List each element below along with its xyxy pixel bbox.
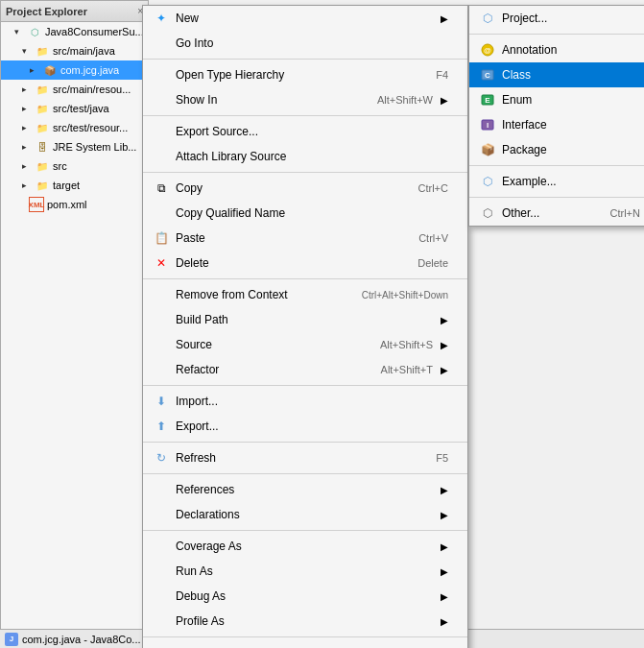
tree-item-label: Java8ConsumerSu... — [45, 26, 144, 37]
empty-icon — [153, 148, 170, 165]
menu-separator — [469, 197, 644, 198]
submenu-item-package[interactable]: 📦 Package — [469, 137, 644, 162]
menu-item-label: Refresh — [176, 451, 417, 465]
delete-icon: ✕ — [153, 254, 170, 272]
folder-icon: 📁 — [35, 43, 50, 59]
menu-item-new[interactable]: ✦ New ▶ — [143, 6, 467, 31]
menu-item-validate[interactable]: Validate — [143, 640, 467, 648]
panel-title: Project Explorer — [6, 6, 87, 17]
menu-separator — [143, 59, 467, 60]
empty-icon — [153, 538, 170, 555]
menu-item-label: Show In — [176, 93, 358, 107]
tree-item-src-test-resour[interactable]: ▸ 📁 src/test/resour... — [1, 118, 148, 137]
project-explorer-panel: Project Explorer × ▾ ⬡ Java8ConsumerSu..… — [0, 0, 149, 648]
menu-item-source[interactable]: Source Alt+Shift+S ▶ — [143, 332, 467, 357]
empty-icon — [153, 66, 170, 84]
project-icon: ⬡ — [479, 10, 496, 27]
menu-item-references[interactable]: References ▶ — [143, 477, 467, 502]
tree-item-src[interactable]: ▸ 📁 src — [1, 156, 148, 176]
empty-icon — [153, 91, 170, 108]
tree-item-jre-lib[interactable]: ▸ 🗄 JRE System Lib... — [1, 137, 148, 156]
menu-item-open-type-hierarchy[interactable]: Open Type Hierarchy F4 — [143, 62, 467, 87]
empty-icon — [153, 612, 170, 630]
menu-item-debug-as[interactable]: Debug As ▶ — [143, 584, 467, 609]
tree-item-src-main-java[interactable]: ▾ 📁 src/main/java — [1, 41, 148, 60]
other-icon: ⬡ — [479, 204, 496, 222]
tree-item-com-jcg[interactable]: ▸ 📦 com.jcg.java — [1, 60, 148, 80]
submenu-item-label: Other... — [502, 206, 591, 220]
tree-item-label: src/test/java — [53, 103, 109, 114]
menu-item-show-in[interactable]: Show In Alt+Shift+W ▶ — [143, 87, 467, 112]
shortcut-label: Delete — [417, 257, 448, 269]
menu-item-run-as[interactable]: Run As ▶ — [143, 559, 467, 584]
menu-item-copy-qualified[interactable]: Copy Qualified Name — [143, 201, 467, 226]
menu-item-paste[interactable]: 📋 Paste Ctrl+V — [143, 226, 467, 251]
expand-icon: ▾ — [16, 43, 32, 59]
menu-item-label: References — [176, 483, 433, 496]
svg-text:@: @ — [484, 46, 491, 55]
submenu-item-other[interactable]: ⬡ Other... Ctrl+N — [469, 201, 644, 226]
svg-text:E: E — [485, 96, 490, 105]
example-icon: ⬡ — [479, 173, 496, 190]
tree-item-target[interactable]: ▸ 📁 target — [1, 176, 148, 195]
annotation-icon: @ — [479, 41, 496, 59]
menu-item-refresh[interactable]: ↻ Refresh F5 — [143, 445, 467, 470]
menu-item-go-into[interactable]: Go Into — [143, 31, 467, 56]
menu-separator — [143, 636, 467, 637]
tree-item-pom-xml[interactable]: XML pom.xml — [1, 195, 148, 214]
menu-item-profile-as[interactable]: Profile As ▶ — [143, 609, 467, 634]
expand-icon: ▾ — [9, 24, 24, 39]
menu-item-label: Attach Library Source — [176, 150, 448, 163]
submenu-arrow-icon: ▶ — [441, 13, 448, 24]
folder-icon: 📁 — [35, 82, 50, 97]
submenu-item-example[interactable]: ⬡ Example... — [469, 169, 644, 194]
menu-item-label: Go Into — [176, 36, 448, 50]
copy-icon: ⧉ — [153, 180, 170, 197]
expand-icon: ▸ — [16, 101, 32, 116]
menu-item-build-path[interactable]: Build Path ▶ — [143, 307, 467, 332]
menu-item-refactor[interactable]: Refactor Alt+Shift+T ▶ — [143, 357, 467, 382]
submenu-item-interface[interactable]: I Interface — [469, 112, 644, 137]
empty-icon — [153, 286, 170, 303]
paste-icon: 📋 — [153, 229, 170, 247]
submenu-item-label: Project... — [502, 12, 640, 25]
menu-item-label: New — [176, 12, 433, 25]
tree-item-src-main-resou[interactable]: ▸ 📁 src/main/resou... — [1, 80, 148, 99]
empty-icon — [153, 123, 170, 140]
refresh-icon: ↻ — [153, 449, 170, 467]
tree-item-label: src/main/java — [53, 45, 115, 57]
menu-item-remove-context[interactable]: Remove from Context Ctrl+Alt+Shift+Down — [143, 282, 467, 307]
menu-item-label: Copy Qualified Name — [176, 206, 448, 220]
context-menu: ✦ New ▶ Go Into Open Type Hierarchy F4 S… — [142, 5, 468, 648]
menu-item-coverage-as[interactable]: Coverage As ▶ — [143, 534, 467, 559]
menu-item-attach-library[interactable]: Attach Library Source — [143, 144, 467, 169]
submenu-arrow-icon: ▶ — [441, 315, 448, 325]
empty-icon — [153, 361, 170, 378]
menu-item-label: Refactor — [176, 363, 362, 376]
submenu-item-enum[interactable]: E Enum — [469, 87, 644, 112]
menu-item-copy[interactable]: ⧉ Copy Ctrl+C — [143, 176, 467, 201]
svg-text:C: C — [485, 71, 490, 80]
tree-item-root[interactable]: ▾ ⬡ Java8ConsumerSu... — [1, 22, 148, 41]
shortcut-label: Ctrl+C — [418, 182, 448, 194]
tree-item-src-test-java[interactable]: ▸ 📁 src/test/java — [1, 99, 148, 118]
menu-item-label: Export... — [176, 420, 448, 433]
menu-item-import[interactable]: ⬇ Import... — [143, 389, 467, 414]
submenu-item-class[interactable]: C Class — [469, 62, 644, 87]
export-icon: ⬆ — [153, 418, 170, 435]
menu-item-export-source[interactable]: Export Source... — [143, 119, 467, 144]
empty-icon — [153, 506, 170, 523]
menu-item-declarations[interactable]: Declarations ▶ — [143, 502, 467, 527]
tree-item-label: src/test/resour... — [53, 122, 128, 133]
submenu-item-project[interactable]: ⬡ Project... — [469, 6, 644, 31]
import-icon: ⬇ — [153, 393, 170, 410]
empty-icon — [153, 204, 170, 222]
menu-separator — [143, 172, 467, 173]
submenu-item-annotation[interactable]: @ Annotation — [469, 37, 644, 62]
menu-item-export[interactable]: ⬆ Export... — [143, 414, 467, 439]
menu-item-label: Coverage As — [176, 540, 433, 553]
empty-icon — [153, 588, 170, 605]
menu-item-label: Export Source... — [176, 125, 448, 138]
expand-icon: ▸ — [16, 82, 32, 97]
menu-item-delete[interactable]: ✕ Delete Delete — [143, 251, 467, 276]
